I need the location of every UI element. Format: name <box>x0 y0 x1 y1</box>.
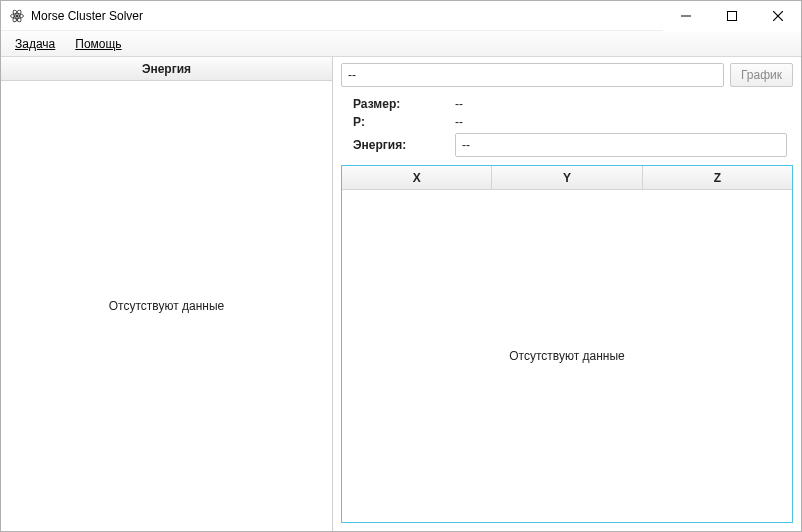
path-input-value: -- <box>348 68 356 82</box>
size-row: Размер: -- <box>353 97 787 111</box>
energy-input[interactable]: -- <box>455 133 787 157</box>
svg-point-0 <box>15 14 18 17</box>
p-value: -- <box>455 115 463 129</box>
p-label: P: <box>353 115 449 129</box>
menubar: Задача Помощь <box>1 31 801 57</box>
col-y[interactable]: Y <box>492 166 642 189</box>
left-empty-message: Отсутствуют данные <box>1 81 332 531</box>
maximize-button[interactable] <box>709 1 755 31</box>
p-row: P: -- <box>353 115 787 129</box>
graph-button[interactable]: График <box>730 63 793 87</box>
left-column-header: Энергия <box>1 57 332 81</box>
info-block: Размер: -- P: -- Энергия: -- <box>341 93 793 159</box>
path-input[interactable]: -- <box>341 63 724 87</box>
titlebar: Morse Cluster Solver <box>1 1 801 31</box>
coords-grid-header: X Y Z <box>342 166 792 190</box>
left-pane: Энергия Отсутствуют данные <box>1 57 333 531</box>
top-row: -- График <box>341 63 793 87</box>
coords-grid: X Y Z Отсутствуют данные <box>341 165 793 523</box>
svg-rect-5 <box>728 11 737 20</box>
window-title: Morse Cluster Solver <box>31 9 143 23</box>
menu-task[interactable]: Задача <box>5 31 65 56</box>
coords-grid-empty: Отсутствуют данные <box>342 190 792 522</box>
energy-input-value: -- <box>462 138 470 152</box>
energy-label: Энергия: <box>353 138 449 152</box>
col-z[interactable]: Z <box>643 166 792 189</box>
col-x[interactable]: X <box>342 166 492 189</box>
right-pane: -- График Размер: -- P: -- Энергия: <box>333 57 801 531</box>
menu-help-label: Помощь <box>75 37 121 51</box>
app-icon <box>9 8 25 24</box>
content: Энергия Отсутствуют данные -- График Раз… <box>1 57 801 531</box>
minimize-button[interactable] <box>663 1 709 31</box>
close-button[interactable] <box>755 1 801 31</box>
app-window: Morse Cluster Solver Задача Помощь Энерг… <box>0 0 802 532</box>
size-value: -- <box>455 97 463 111</box>
graph-button-label: График <box>741 68 782 82</box>
energy-row: Энергия: -- <box>353 133 787 157</box>
menu-task-label: Задача <box>15 37 55 51</box>
menu-help[interactable]: Помощь <box>65 31 131 56</box>
size-label: Размер: <box>353 97 449 111</box>
